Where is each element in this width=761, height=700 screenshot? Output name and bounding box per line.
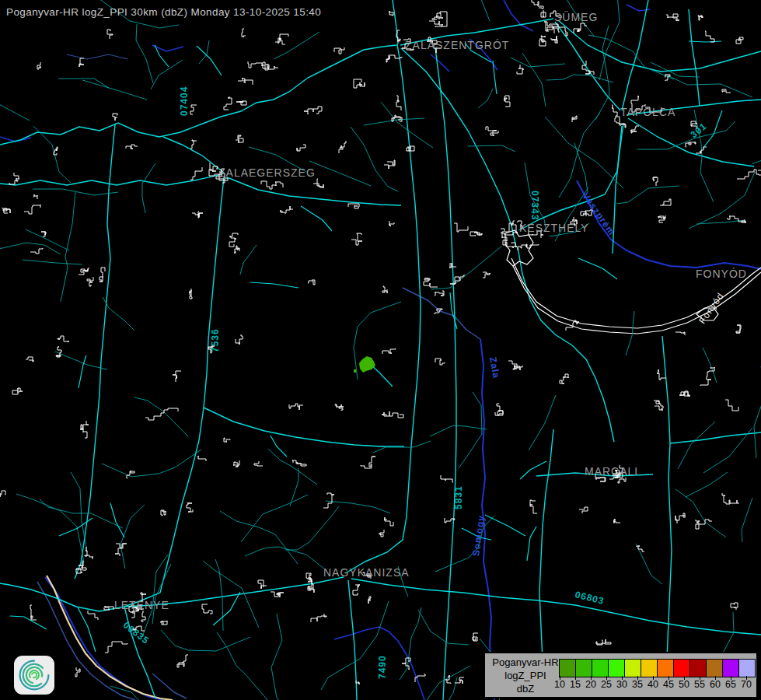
legend-tick-value: 40: [644, 679, 662, 690]
legend-tick-value: 10: [551, 679, 568, 690]
product-title: Poganyvar-HR logZ_PPI 30km (dbZ) Monday …: [6, 6, 321, 18]
legend-color-cell: [624, 659, 641, 677]
radar-viewport: ZALASZENTGRÓTSÜMEGTAPOLCAZALAEGERSZEGKES…: [0, 0, 761, 700]
dbz-legend: Poganyvar-HRlogZ_PPIdbZ 1015202530354045…: [483, 652, 758, 698]
legend-color-cell: [722, 659, 739, 677]
legend-tick-value: 35: [629, 679, 646, 690]
legend-tick-value: 65: [722, 679, 739, 690]
legend-color-cell: [706, 659, 723, 677]
legend-tick-value: 45: [660, 679, 677, 690]
legend-color-cell: [657, 659, 674, 677]
legend-tick-value: 30: [613, 679, 630, 690]
legend-product-line: Poganyvar-HR: [490, 656, 561, 669]
legend-color-bar: [560, 659, 756, 677]
map-canvas: [0, 0, 761, 700]
legend-color-cell: [673, 659, 690, 677]
settlements-layer: [0, 0, 761, 700]
met-logo: [14, 656, 54, 695]
legend-tick-value: 55: [691, 679, 708, 690]
legend-color-cell: [608, 659, 625, 677]
legend-color-cell: [738, 659, 756, 677]
legend-tick-value: 25: [598, 679, 615, 690]
legend-tick-value: 70: [738, 679, 755, 690]
legend-color-cell: [592, 659, 609, 677]
legend-color-cell: [689, 659, 707, 677]
radar-echo: [354, 356, 375, 373]
shoreline-layer: [505, 230, 761, 334]
legend-tick-value: 20: [582, 679, 599, 690]
rivers-layer: [0, 0, 761, 700]
legend-color-cell: [559, 659, 576, 677]
cyclone-spiral-icon: [16, 657, 52, 693]
legend-tick-value: 50: [675, 679, 693, 690]
roads-layer: [0, 0, 761, 700]
legend-tick-value: 15: [567, 679, 584, 690]
legend-tick-value: 60: [707, 679, 724, 690]
legend-color-cell: [575, 659, 592, 677]
legend-color-cell: [641, 659, 658, 677]
